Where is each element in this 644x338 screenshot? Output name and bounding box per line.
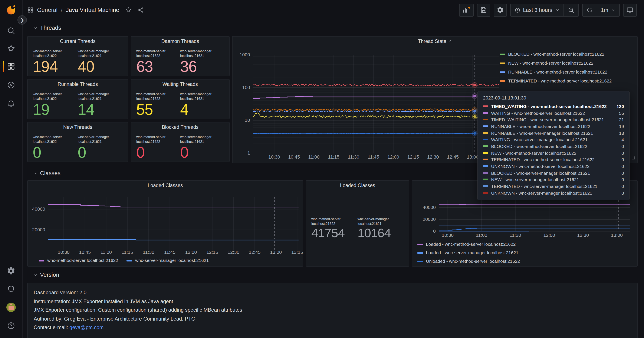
tooltip-series-value: 21: [614, 117, 624, 122]
grafana-dashboard: ❯ General / Java Virtual Machine: [0, 0, 644, 338]
version-line: Instrumentation: JMX Exporter installed …: [34, 297, 631, 306]
tooltip-series-value: 0: [614, 164, 624, 169]
refresh-group: 1m: [582, 3, 620, 16]
stat-panel: Waiting Threads wnc-method-serverlocalho…: [131, 79, 230, 119]
legend-swatch: [418, 260, 423, 262]
loaded-classes-chart[interactable]: 10:3010:4511:0011:1511:3011:4512:0012:15…: [28, 193, 303, 258]
dashboards-icon[interactable]: [7, 62, 15, 71]
legend-item[interactable]: BLOCKED - wnc-method-server localhost:21…: [500, 52, 612, 57]
sidebar-expand-button[interactable]: ❯: [18, 15, 27, 25]
legend-label: NEW - wnc-method-server localhost:21622: [508, 61, 593, 65]
legend-item[interactable]: NEW - wnc-method-server localhost:21622: [500, 61, 612, 65]
tooltip-row: TERMINATED - wnc-server-manager localhos…: [483, 183, 624, 190]
breadcrumb-title[interactable]: Java Virtual Machine: [66, 7, 119, 13]
panel-title[interactable]: New Threads: [28, 125, 128, 130]
chevron-down-icon: [33, 273, 38, 277]
tooltip-row: BLOCKED - wnc-server-manager localhost:2…: [483, 170, 624, 176]
breadcrumb-folder[interactable]: General: [37, 7, 58, 13]
loaded-unloaded-legend: Loaded - wnc-method-server localhost:216…: [418, 242, 520, 264]
legend-item[interactable]: RUNNABLE - wnc-method-server localhost:2…: [500, 70, 612, 74]
tooltip-row: RUNNABLE - wnc-method-server localhost:2…: [483, 123, 624, 130]
svg-text:40000: 40000: [32, 206, 45, 212]
dashboard-settings-button[interactable]: [494, 3, 507, 16]
legend-item[interactable]: Loaded - wnc-server-manager localhost:21…: [418, 250, 520, 255]
tooltip-series-swatch: [483, 166, 488, 167]
stat-series-label: wnc-method-server: [136, 49, 166, 53]
tooltip-row: TIMED_WAITING - wnc-method-server localh…: [483, 103, 624, 110]
legend-item[interactable]: Loaded - wnc-method-server localhost:216…: [418, 242, 520, 247]
panel-title[interactable]: Runnable Threads: [28, 82, 128, 87]
share-icon[interactable]: [138, 7, 144, 13]
admin-shield-icon[interactable]: [7, 285, 15, 293]
tooltip-row: UNKNOWN - wnc-server-manager localhost:2…: [483, 190, 624, 196]
svg-text:12:30: 12:30: [577, 233, 589, 238]
add-panel-button[interactable]: [459, 3, 474, 16]
dashboard-toolbar: Last 3 hours 1m: [459, 3, 637, 16]
panel-title[interactable]: Waiting Threads: [131, 82, 229, 87]
explore-compass-icon[interactable]: [7, 81, 15, 89]
svg-text:12:15: 12:15: [407, 154, 419, 160]
tooltip-series-value: 0: [614, 144, 624, 149]
panel-title-thread-state[interactable]: Thread State: [232, 39, 637, 44]
tooltip-series-swatch: [483, 145, 488, 147]
chart-tooltip: 2023-09-11 13:01:30 TIMED_WAITING - wnc-…: [478, 91, 630, 200]
chevron-down-icon: [555, 8, 560, 12]
tooltip-row: NEW - wnc-server-manager localhost:21621…: [483, 176, 624, 183]
search-icon[interactable]: [7, 26, 15, 35]
kiosk-monitor-button[interactable]: [623, 3, 637, 16]
grafana-logo-icon[interactable]: [6, 4, 16, 15]
panel-title[interactable]: Current Threads: [28, 39, 128, 44]
starred-icon[interactable]: [7, 44, 15, 53]
stat-panel: Runnable Threads wnc-method-serverlocalh…: [27, 79, 128, 119]
stat-column: wnc-method-serverlocalhost:21622 0: [136, 135, 180, 160]
panel-title[interactable]: Daemon Threads: [131, 39, 229, 44]
stat-column: wnc-method-serverlocalhost:21622 63: [136, 49, 180, 74]
tooltip-row: NEW - wnc-method-server localhost:21622 …: [483, 150, 624, 156]
tooltip-series-swatch: [483, 192, 488, 194]
tooltip-series-swatch: [483, 179, 488, 180]
section-header-version[interactable]: Version: [33, 272, 59, 278]
panel-title[interactable]: Blocked Threads: [131, 125, 229, 130]
save-dashboard-button[interactable]: [477, 3, 490, 16]
panel-title-loaded-classes[interactable]: Loaded Classes: [28, 183, 303, 188]
stat-value: 0: [136, 145, 180, 160]
dashboard-grid-icon[interactable]: [27, 7, 34, 13]
settings-gear-icon[interactable]: [7, 267, 15, 275]
thread-state-chart[interactable]: 10:3010:4511:0011:1511:3011:4512:0012:15…: [236, 51, 502, 163]
tooltip-series-label: TIMED_WAITING - wnc-method-server localh…: [491, 104, 610, 109]
stat-column: wnc-server-managerlocalhost:21621 36: [180, 49, 224, 74]
svg-text:20000: 20000: [423, 217, 436, 222]
contact-email-link[interactable]: geva@ptc.com: [70, 324, 104, 330]
user-avatar[interactable]: [6, 303, 16, 312]
svg-text:10:30: 10:30: [268, 154, 280, 160]
stat-value: 194: [33, 59, 78, 74]
section-header-classes[interactable]: Classes: [33, 170, 60, 176]
legend-item[interactable]: wnc-server-manager localhost:21621: [127, 258, 209, 263]
tooltip-timestamp: 2023-09-11 13:01:30: [483, 95, 624, 100]
tooltip-row: TERMINATED - wnc-method-server localhost…: [483, 156, 624, 163]
stat-column: wnc-method-serverlocalhost:21622 41754: [311, 217, 358, 264]
stat-column: wnc-method-serverlocalhost:21622 19: [33, 92, 78, 117]
refresh-button[interactable]: [582, 4, 596, 16]
panel-title-loaded-classes-stat[interactable]: Loaded Classes: [306, 183, 409, 188]
alerting-bell-icon[interactable]: [7, 99, 15, 108]
tooltip-series-label: BLOCKED - wnc-method-server localhost:21…: [491, 144, 610, 149]
time-range-picker[interactable]: Last 3 hours: [511, 4, 564, 16]
zoom-out-button[interactable]: [564, 4, 578, 16]
legend-label: BLOCKED - wnc-method-server localhost:21…: [508, 52, 604, 57]
legend-item[interactable]: Unloaded - wnc-method-server localhost:2…: [418, 259, 520, 264]
svg-text:0: 0: [433, 228, 436, 234]
svg-text:1000: 1000: [240, 52, 250, 57]
breadcrumb: General / Java Virtual Machine: [27, 7, 144, 13]
tooltip-series-swatch: [483, 125, 488, 127]
legend-item[interactable]: wnc-method-server localhost:21622: [39, 258, 118, 263]
star-dashboard-icon[interactable]: [125, 7, 132, 13]
section-header-threads[interactable]: Threads: [33, 25, 61, 31]
refresh-interval-picker[interactable]: 1m: [597, 4, 619, 16]
help-icon[interactable]: [7, 322, 15, 330]
thread-state-legend: BLOCKED - wnc-method-server localhost:21…: [500, 52, 612, 83]
legend-item[interactable]: TERMINATED - wnc-method-server localhost…: [500, 79, 612, 83]
svg-text:11:45: 11:45: [164, 250, 176, 255]
panel-resize-handle[interactable]: [632, 157, 635, 160]
tooltip-series-swatch: [483, 152, 488, 154]
